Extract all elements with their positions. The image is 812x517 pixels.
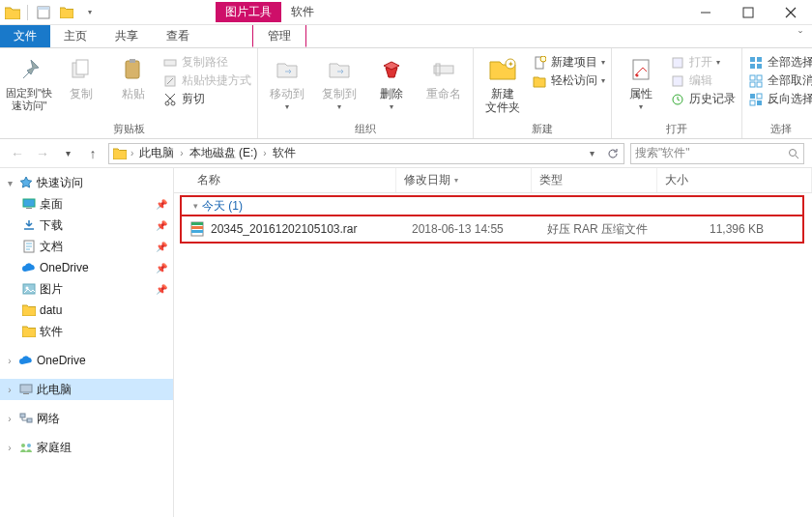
tab-file[interactable]: 文件	[0, 25, 50, 47]
crumb-drive[interactable]: 本地磁盘 (E:)	[186, 145, 262, 161]
chevron-right-icon[interactable]: ›	[4, 443, 15, 453]
svg-rect-27	[750, 75, 755, 80]
chevron-right-icon[interactable]: ›	[4, 414, 15, 424]
forward-button[interactable]: →	[33, 144, 52, 163]
close-button[interactable]	[769, 0, 812, 25]
pin-icon: 📌	[156, 263, 167, 273]
rename-button[interactable]: 重命名	[420, 50, 467, 101]
copyto-icon	[324, 54, 355, 85]
crumb-folder[interactable]: 软件	[269, 145, 300, 161]
refresh-button[interactable]	[602, 144, 624, 163]
chevron-right-icon[interactable]: ›	[130, 148, 133, 158]
tab-home[interactable]: 主页	[50, 25, 102, 47]
qat-newfolder-icon[interactable]	[57, 3, 76, 22]
address-bar-row: ← → ▾ ↑ › 此电脑 › 本地磁盘 (E:) › 软件 ▾ 搜索"软件"	[0, 139, 812, 168]
copy-path-button[interactable]: 复制路径	[162, 54, 251, 71]
chevron-right-icon[interactable]: ›	[180, 148, 183, 158]
qat-properties-icon[interactable]	[34, 3, 53, 22]
invert-selection-button[interactable]: 反向选择	[748, 91, 812, 107]
pin-icon: 📌	[156, 220, 167, 231]
tree-downloads[interactable]: 下载📌	[0, 215, 173, 236]
ribbon-group-open: 属性▾ 打开 ▾ 编辑 历史记录 打开	[612, 48, 742, 138]
up-button[interactable]: ↑	[83, 144, 102, 163]
file-date: 2018-06-13 14:55	[404, 222, 539, 236]
column-name[interactable]: 名称	[174, 168, 396, 192]
tree-network[interactable]: ›网络	[0, 408, 173, 429]
tree-thispc[interactable]: ›此电脑	[0, 379, 173, 400]
delete-icon	[376, 54, 407, 85]
download-icon	[21, 217, 37, 233]
qat-customize-icon[interactable]: ▾	[80, 3, 100, 22]
tree-software[interactable]: 软件	[0, 321, 173, 342]
maximize-button[interactable]	[727, 0, 769, 25]
minimize-button[interactable]	[684, 0, 727, 25]
shortcut-icon	[162, 73, 178, 89]
newfolder-button[interactable]: ✦ 新建 文件夹	[479, 50, 526, 115]
edit-button[interactable]: 编辑	[670, 72, 736, 89]
chevron-right-icon[interactable]: ›	[263, 148, 266, 158]
copy-icon	[66, 54, 97, 85]
select-all-button[interactable]: 全部选择	[748, 54, 812, 71]
moveto-button[interactable]: 移动到▾	[264, 50, 310, 112]
cut-button[interactable]: 剪切	[162, 91, 251, 107]
chevron-down-icon[interactable]: ▾	[4, 178, 15, 188]
folder-icon	[111, 145, 129, 162]
svg-rect-21	[673, 76, 682, 86]
tree-onedrive-qa[interactable]: OneDrive📌	[0, 257, 173, 278]
svg-rect-42	[23, 393, 29, 394]
tab-share[interactable]: 共享	[102, 25, 153, 47]
svg-point-11	[171, 101, 175, 105]
svg-rect-5	[76, 60, 88, 74]
tree-homegroup[interactable]: ›家庭组	[0, 437, 173, 458]
crumb-thispc[interactable]: 此电脑	[135, 145, 178, 161]
pin-to-quickaccess-button[interactable]: 固定到"快速访问"	[6, 50, 52, 112]
document-icon	[21, 239, 37, 254]
back-button[interactable]: ←	[8, 144, 27, 163]
svg-rect-48	[191, 222, 203, 225]
svg-rect-34	[757, 101, 762, 105]
chevron-right-icon[interactable]: ›	[4, 385, 15, 395]
easyaccess-icon	[532, 73, 547, 89]
svg-rect-25	[750, 64, 755, 69]
group-header-today[interactable]: ▾ 今天 (1)	[180, 195, 804, 215]
tree-onedrive[interactable]: ›OneDrive	[0, 350, 173, 371]
copy-button[interactable]: 复制	[58, 50, 104, 101]
delete-button[interactable]: 删除▾	[368, 50, 415, 112]
search-input[interactable]: 搜索"软件"	[630, 143, 804, 164]
pin-icon: 📌	[156, 284, 167, 295]
column-date[interactable]: 修改日期▾	[396, 168, 532, 192]
tree-quickaccess[interactable]: ▾ 快速访问	[0, 172, 173, 193]
open-button[interactable]: 打开 ▾	[670, 54, 736, 71]
address-bar[interactable]: › 此电脑 › 本地磁盘 (E:) › 软件 ▾	[108, 143, 624, 164]
easyaccess-button[interactable]: 轻松访问 ▾	[532, 72, 605, 89]
svg-rect-23	[750, 57, 755, 62]
address-dropdown[interactable]: ▾	[581, 144, 602, 163]
paste-shortcut-button[interactable]: 粘贴快捷方式	[162, 72, 251, 89]
ribbon-group-clipboard: 固定到"快速访问" 复制 粘贴 复制路径 粘贴快捷方式 剪切 剪贴板	[0, 48, 258, 138]
column-size[interactable]: 大小	[657, 168, 812, 192]
newitem-button[interactable]: 新建项目 ▾	[532, 54, 605, 71]
rename-icon	[428, 54, 459, 85]
ribbon-help-dropdown[interactable]: ˇ	[789, 25, 812, 47]
paste-button[interactable]: 粘贴	[110, 50, 157, 101]
tab-view[interactable]: 查看	[153, 25, 204, 47]
properties-button[interactable]: 属性▾	[618, 50, 664, 112]
desktop-icon	[21, 196, 37, 212]
svg-rect-30	[757, 82, 762, 87]
path-icon	[162, 55, 178, 71]
chevron-right-icon[interactable]: ›	[4, 356, 15, 366]
file-row[interactable]: 20345_20161202105103.rar 2018-06-13 14:5…	[182, 216, 802, 242]
tree-documents[interactable]: 文档📌	[0, 236, 173, 257]
copyto-button[interactable]: 复制到▾	[316, 50, 362, 112]
tree-desktop[interactable]: 桌面📌	[0, 193, 173, 215]
tree-pictures[interactable]: 图片📌	[0, 278, 173, 300]
svg-rect-3	[743, 8, 753, 17]
tree-datu[interactable]: datu	[0, 300, 173, 321]
column-type[interactable]: 类型	[532, 168, 657, 192]
group-label-new: 新建	[479, 120, 605, 138]
history-button[interactable]: 历史记录	[670, 91, 736, 107]
recent-dropdown[interactable]: ▾	[58, 144, 77, 163]
paste-icon	[118, 54, 149, 85]
tab-manage[interactable]: 管理	[252, 25, 306, 47]
select-none-button[interactable]: 全部取消	[748, 72, 812, 89]
